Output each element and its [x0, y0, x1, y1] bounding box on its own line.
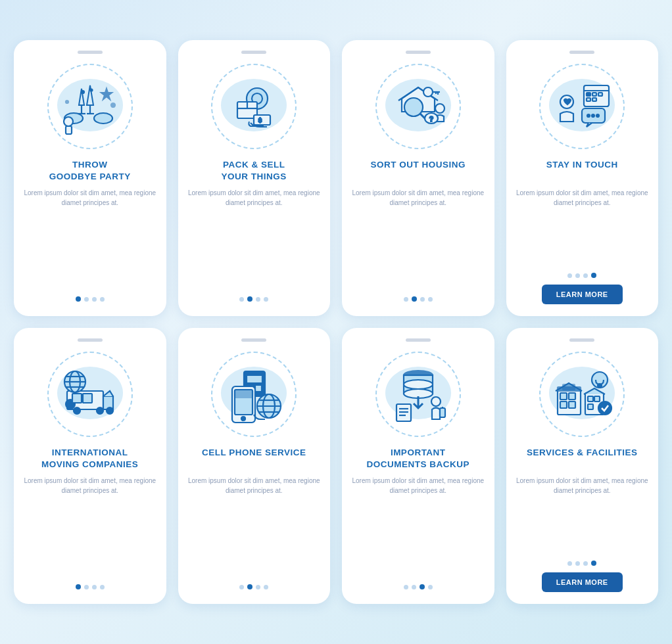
dot-3	[591, 561, 596, 566]
icon-documents	[382, 357, 454, 432]
dot-0	[567, 561, 572, 566]
pagination-dots-stay-in-touch	[567, 273, 596, 278]
svg-point-38	[596, 114, 599, 117]
dot-3	[264, 585, 268, 589]
dot-2	[420, 584, 425, 589]
svg-point-90	[598, 402, 612, 415]
illustration-services-facilities	[536, 348, 628, 440]
card-body-pack-sell: Lorem ipsum dolor sit dim amet, mea regi…	[187, 188, 322, 290]
card-title-international-moving: INTERNATIONALMOVING COMPANIES	[41, 447, 138, 471]
card-title-pack-sell: PACK & SELLYOUR THINGS	[222, 159, 287, 183]
svg-rect-32	[598, 93, 602, 96]
phone-notch	[569, 51, 594, 54]
svg-rect-75	[440, 408, 445, 417]
dot-0	[239, 585, 244, 589]
svg-point-43	[107, 407, 113, 414]
icon-pack: $	[218, 69, 290, 144]
svg-rect-33	[587, 98, 590, 101]
svg-point-69	[404, 380, 433, 389]
card-body-sort-housing: Lorem ipsum dolor sit dim amet, mea regi…	[351, 188, 485, 290]
illustration-cell-phone	[208, 348, 300, 440]
svg-point-25	[435, 104, 444, 113]
learn-more-button-stay-in-touch[interactable]: LEARN MORE	[542, 285, 623, 304]
svg-rect-78	[560, 393, 567, 400]
phone-card-services-facilities: SERVICES & FACILITIES Lorem ipsum dolor …	[506, 328, 659, 604]
svg-text:?: ?	[429, 116, 433, 123]
dot-1	[412, 585, 416, 589]
svg-rect-79	[569, 393, 575, 400]
illustration-pack-sell: $	[208, 60, 300, 152]
card-title-stay-in-touch: STAY IN TOUCH	[546, 159, 618, 183]
svg-point-36	[587, 114, 590, 117]
card-title-throw-goodbye-party: THROWGOODBYE PARTY	[49, 159, 131, 183]
dot-2	[583, 273, 588, 278]
dot-3	[100, 297, 105, 302]
phone-card-documents-backup: IMPORTANTDOCUMENTS BACKUP Lorem ipsum do…	[342, 328, 494, 604]
svg-point-74	[431, 397, 441, 406]
illustration-sort-housing: ?	[372, 60, 464, 152]
dot-2	[583, 561, 588, 566]
svg-rect-31	[592, 93, 596, 96]
svg-point-42	[97, 407, 103, 414]
dot-3	[428, 585, 433, 589]
dot-1	[412, 296, 417, 302]
svg-point-7	[94, 113, 112, 124]
svg-point-21	[423, 87, 433, 97]
card-title-sort-housing: SORT OUT HOUSING	[370, 159, 466, 183]
pagination-dots-sort-housing	[404, 296, 433, 302]
illustration-international-moving: ★	[44, 348, 136, 440]
svg-rect-30	[587, 93, 590, 96]
phone-notch	[406, 51, 431, 54]
svg-rect-85	[588, 396, 593, 402]
dot-1	[575, 273, 580, 278]
svg-rect-34	[592, 98, 596, 101]
svg-rect-54	[247, 375, 262, 383]
pagination-dots-international-moving	[76, 584, 105, 589]
dot-3	[264, 297, 268, 302]
phone-card-cell-phone: CELL PHONE SERVICE Lorem ipsum dolor sit…	[178, 328, 331, 604]
phone-card-stay-in-touch: STAY IN TOUCH Lorem ipsum dolor sit dim …	[506, 40, 659, 316]
dot-2	[420, 297, 425, 302]
svg-rect-52	[83, 394, 92, 403]
svg-point-11	[66, 101, 68, 103]
learn-more-button-services-facilities[interactable]: LEARN MORE	[542, 572, 623, 592]
illustration-stay-in-touch	[536, 60, 628, 152]
dot-0	[404, 297, 408, 302]
dot-1	[247, 296, 252, 302]
dot-1	[247, 584, 252, 589]
card-title-cell-phone: CELL PHONE SERVICE	[202, 447, 306, 471]
svg-point-8	[64, 117, 73, 126]
svg-point-60	[241, 417, 245, 421]
dot-0	[404, 585, 408, 589]
icon-housing: ?	[382, 69, 454, 144]
svg-rect-59	[235, 390, 252, 398]
card-grid: THROWGOODBYE PARTY Lorem ipsum dolor sit…	[14, 40, 658, 604]
phone-notch	[406, 338, 431, 342]
illustration-documents-backup	[372, 348, 464, 440]
phone-card-pack-sell: $ PACK & SELLYOUR THINGS Lorem ipsum dol…	[178, 40, 331, 316]
svg-point-41	[74, 407, 80, 414]
card-body-documents-backup: Lorem ipsum dolor sit dim amet, mea regi…	[351, 476, 485, 578]
svg-text:$: $	[258, 117, 262, 124]
svg-rect-56	[255, 385, 262, 392]
phone-notch	[78, 51, 103, 54]
pagination-dots-services-facilities	[567, 561, 596, 566]
dot-0	[76, 584, 81, 589]
pagination-dots-throw-goodbye-party	[76, 296, 105, 302]
dot-1	[84, 585, 89, 589]
icon-touch	[546, 69, 618, 144]
pagination-dots-pack-sell	[239, 296, 268, 302]
dot-2	[256, 585, 260, 589]
phone-card-international-moving: ★ INTERNATIONALMOVING COMPANIES Lorem ip…	[14, 328, 166, 604]
card-body-international-moving: Lorem ipsum dolor sit dim amet, mea regi…	[23, 476, 157, 578]
icon-party	[54, 69, 126, 144]
dot-2	[92, 297, 97, 302]
svg-point-4	[82, 91, 84, 93]
svg-rect-17	[254, 115, 270, 125]
dot-1	[575, 561, 580, 566]
pagination-dots-cell-phone	[239, 584, 268, 589]
phone-card-throw-goodbye-party: THROWGOODBYE PARTY Lorem ipsum dolor sit…	[14, 40, 166, 316]
card-body-throw-goodbye-party: Lorem ipsum dolor sit dim amet, mea regi…	[23, 188, 157, 290]
svg-point-37	[592, 114, 594, 117]
svg-point-5	[90, 89, 92, 91]
